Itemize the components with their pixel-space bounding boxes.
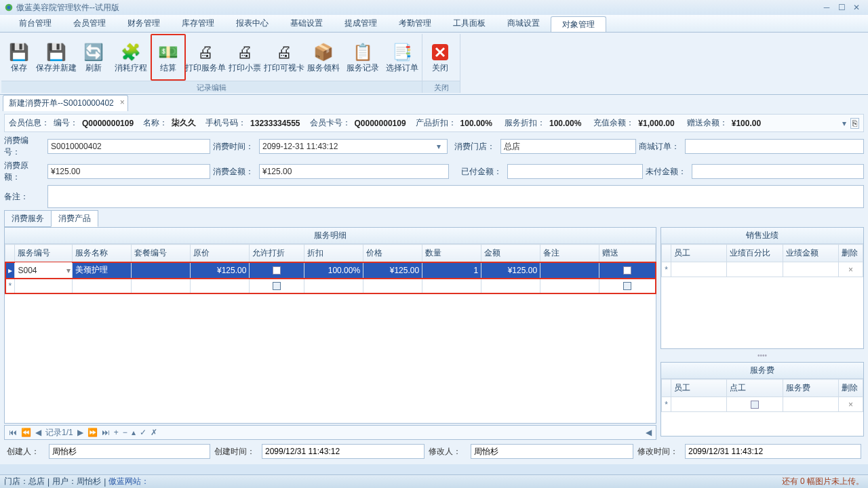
store-input[interactable] [500, 139, 636, 154]
menu-前台管理[interactable]: 前台管理 [8, 15, 62, 32]
menu-会员管理[interactable]: 会员管理 [62, 15, 117, 32]
打印服务单-icon: 🖨 [195, 42, 216, 62]
ribbon-结算[interactable]: 💵结算 [151, 34, 186, 81]
服务领料-icon: 📦 [313, 42, 334, 62]
table-row-new[interactable]: * [5, 279, 656, 293]
menu-报表中心[interactable]: 报表中心 [225, 15, 279, 32]
ribbon-选择订单[interactable]: 📑选择订单 [382, 34, 422, 81]
menu-商城设置[interactable]: 商城设置 [496, 15, 551, 32]
ribbon-服务领料[interactable]: 📦服务领料 [304, 34, 343, 81]
window-title: 傲蓝美容院管理软件--试用版 [16, 2, 119, 14]
nav-prevpage-icon[interactable]: ⏪ [21, 428, 31, 437]
subtab-消费产品[interactable]: 消费产品 [51, 210, 98, 227]
maximize-button[interactable]: ☐ [834, 2, 849, 13]
col-数量[interactable]: 数量 [422, 245, 481, 262]
unpaid-input[interactable] [692, 164, 864, 179]
打印小票-icon: 🖨 [235, 42, 255, 62]
ribbon-保存并新建[interactable]: 💾保存并新建 [37, 34, 76, 81]
menu-提成管理[interactable]: 提成管理 [334, 15, 388, 32]
creator-input[interactable] [49, 444, 210, 459]
ribbon-close-group-label: 关闭 [422, 81, 460, 93]
member-info-bar: 会员信息： 编号：Q0000000109 名称：柒久久 手机号码：1323333… [4, 114, 864, 132]
remark-input[interactable] [47, 185, 864, 208]
ribbon-服务记录[interactable]: 📋服务记录 [343, 34, 382, 81]
nav-left-icon[interactable]: ◀ [646, 428, 652, 437]
ribbon-刷新[interactable]: 🔄刷新 [76, 34, 111, 81]
ribbon-打印服务单[interactable]: 🖨打印服务单 [186, 34, 225, 81]
menu-考勤管理[interactable]: 考勤管理 [388, 15, 442, 32]
col-服务费[interactable]: 服务费 [783, 380, 838, 397]
刷新-icon: 🔄 [83, 42, 104, 62]
ribbon-打印小票[interactable]: 🖨打印小票 [225, 34, 264, 81]
nav-prev-icon[interactable]: ◀ [35, 428, 41, 437]
col-套餐编号[interactable]: 套餐编号 [132, 245, 191, 262]
nav-edit-icon[interactable]: ▴ [132, 428, 136, 437]
nav-check-icon[interactable]: ✓ [140, 428, 146, 437]
close-tab-icon[interactable]: × [120, 98, 125, 107]
create-time-input[interactable] [262, 444, 425, 459]
order-time-input[interactable] [259, 139, 448, 154]
service-detail-grid: 服务编号服务名称套餐编号原价允许打折折扣价格数量金额备注赠送 ▸ S004▾ 美… [5, 244, 656, 293]
nav-first-icon[interactable]: ⏮ [9, 428, 17, 437]
menu-基础设置[interactable]: 基础设置 [279, 15, 334, 32]
menu-工具面板[interactable]: 工具面板 [442, 15, 496, 32]
col-赠送[interactable]: 赠送 [599, 245, 656, 262]
nav-next-icon[interactable]: ▶ [77, 428, 83, 437]
nav-cancel-icon[interactable]: ✗ [151, 428, 157, 437]
col-业绩金额[interactable]: 业绩金额 [783, 245, 838, 262]
close-window-button[interactable]: ✕ [849, 2, 864, 13]
modify-time-input[interactable] [685, 444, 861, 459]
original-amount-input[interactable] [47, 164, 210, 179]
col-删除[interactable]: 删除 [839, 380, 863, 397]
nav-add-icon[interactable]: + [114, 428, 119, 437]
menu-财务管理[interactable]: 财务管理 [117, 15, 171, 32]
col-业绩百分比[interactable]: 业绩百分比 [727, 245, 783, 262]
close-icon [430, 42, 450, 62]
ribbon-消耗疗程[interactable]: 🧩消耗疗程 [111, 34, 151, 81]
footer-form: 创建人： 创建时间： 修改人： 修改时间： [4, 440, 864, 463]
nav-remove-icon[interactable]: − [123, 428, 127, 437]
col-删除[interactable]: 删除 [839, 245, 863, 262]
close-button[interactable]: 关闭 [422, 34, 458, 81]
col-点工[interactable]: 点工 [727, 380, 783, 397]
order-no-input[interactable] [47, 139, 210, 154]
record-navigator[interactable]: ⏮ ⏪ ◀ 记录1/1 ▶ ⏩ ⏭ + − ▴ ✓ ✗ ◀ [4, 425, 656, 440]
nav-last-icon[interactable]: ⏭ [102, 428, 110, 437]
col-服务编号[interactable]: 服务编号 [15, 245, 73, 262]
dropdown-icon[interactable]: ▾ [842, 119, 846, 128]
服务记录-icon: 📋 [353, 42, 373, 62]
subtab-消费服务[interactable]: 消费服务 [4, 210, 52, 227]
dropdown-icon[interactable]: ▾ [437, 142, 441, 151]
document-tabbar: 新建消费开单--S0010000402 × [0, 95, 868, 111]
col-金额[interactable]: 金额 [481, 245, 540, 262]
ribbon-保存[interactable]: 💾保存 [1, 34, 37, 81]
paid-input[interactable] [507, 164, 643, 179]
minimize-button[interactable]: ─ [819, 2, 834, 13]
col-原价[interactable]: 原价 [191, 245, 250, 262]
amount-input[interactable] [259, 164, 449, 179]
menu-库存管理[interactable]: 库存管理 [171, 15, 225, 32]
col-允许打折[interactable]: 允许打折 [250, 245, 304, 262]
table-row[interactable]: ▸ S004▾ 美颈护理 ¥125.00 100.00% ¥125.00 1 ¥… [5, 262, 656, 279]
gift-checkbox[interactable] [623, 266, 631, 274]
menu-对象管理[interactable]: 对象管理 [551, 16, 606, 32]
col-价格[interactable]: 价格 [363, 245, 422, 262]
ribbon: 💾保存💾保存并新建🔄刷新🧩消耗疗程💵结算🖨打印服务单🖨打印小票🖨打印可视卡📦服务… [0, 33, 868, 95]
main-menubar: 前台管理会员管理财务管理库存管理报表中心基础设置提成管理考勤管理工具面板商城设置… [0, 15, 868, 33]
ribbon-打印可视卡[interactable]: 🖨打印可视卡 [264, 34, 304, 81]
mall-order-input[interactable] [685, 139, 864, 154]
col-员工[interactable]: 员工 [671, 245, 727, 262]
col-服务名称[interactable]: 服务名称 [73, 245, 132, 262]
document-tab[interactable]: 新建消费开单--S0010000402 × [3, 95, 128, 111]
保存-icon: 💾 [9, 42, 29, 62]
table-row-new[interactable]: *× [662, 262, 863, 277]
col-备注[interactable]: 备注 [540, 245, 599, 262]
table-row-new[interactable]: *× [662, 397, 863, 412]
allow-discount-checkbox[interactable] [273, 266, 281, 274]
col-折扣[interactable]: 折扣 [304, 245, 363, 262]
modifier-input[interactable] [471, 444, 633, 459]
dropdown-icon[interactable]: ▾ [66, 266, 71, 275]
col-员工[interactable]: 员工 [671, 380, 727, 397]
nav-nextpage-icon[interactable]: ⏩ [87, 428, 98, 437]
card-lookup-icon[interactable]: ⎘ [850, 118, 859, 129]
